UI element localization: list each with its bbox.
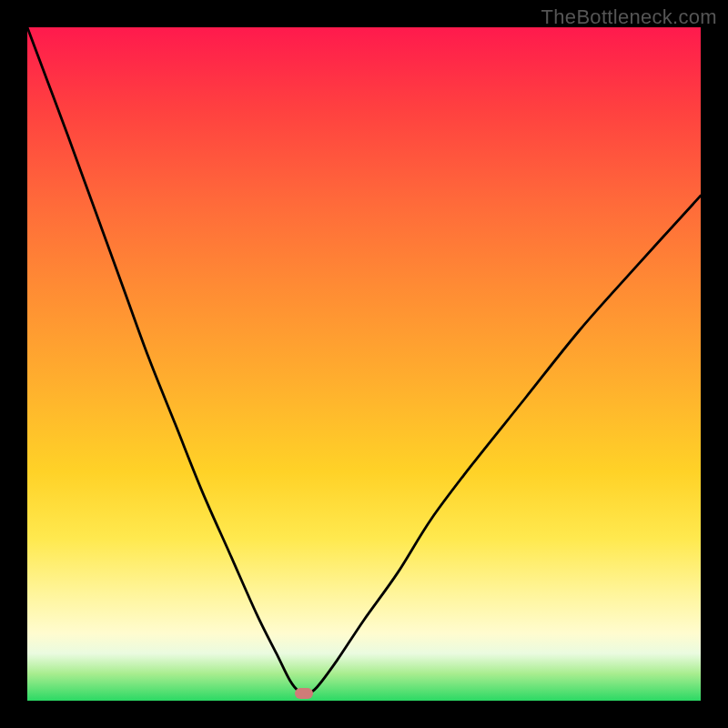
watermark-text: TheBottleneck.com — [541, 5, 717, 29]
bottleneck-curve — [27, 27, 701, 701]
plot-area — [27, 27, 701, 701]
chart-frame: TheBottleneck.com — [0, 0, 728, 728]
minimum-marker — [295, 688, 313, 699]
